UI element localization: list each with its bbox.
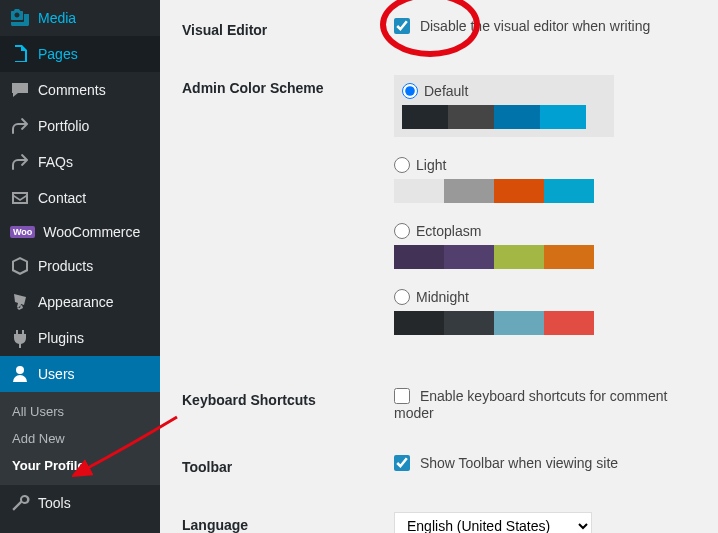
sidebar-item-products[interactable]: Products	[0, 248, 160, 284]
color-scheme-radio[interactable]	[402, 83, 418, 99]
keyboard-shortcuts-label: Keyboard Shortcuts	[182, 372, 382, 437]
color-palette	[394, 245, 594, 269]
sidebar-item-label: Appearance	[38, 294, 114, 310]
color-scheme-name: Default	[424, 83, 468, 99]
color-scheme-radio[interactable]	[394, 157, 410, 173]
sidebar-item-label: Plugins	[38, 330, 84, 346]
color-scheme-radio[interactable]	[394, 289, 410, 305]
color-scheme-name: Ectoplasm	[416, 223, 481, 239]
portfolio-icon	[10, 116, 30, 136]
color-scheme-name: Midnight	[416, 289, 469, 305]
visual-editor-label: Visual Editor	[182, 2, 382, 58]
submenu-add-new[interactable]: Add New	[0, 425, 160, 452]
sidebar-item-label: Contact	[38, 190, 86, 206]
admin-sidebar: Media Pages Comments Portfolio FAQs Cont…	[0, 0, 160, 533]
language-label: Language	[182, 497, 382, 533]
color-scheme-default[interactable]: Default	[394, 75, 614, 137]
sidebar-item-label: WooCommerce	[43, 224, 140, 240]
sidebar-item-pages[interactable]: Pages	[0, 36, 160, 72]
toolbar-label: Toolbar	[182, 439, 382, 495]
sidebar-item-label: Comments	[38, 82, 106, 98]
color-palette	[394, 311, 594, 335]
sidebar-item-contact[interactable]: Contact	[0, 180, 160, 216]
submenu-all-users[interactable]: All Users	[0, 398, 160, 425]
sidebar-item-tools[interactable]: Tools	[0, 485, 160, 521]
color-scheme-light[interactable]: Light	[394, 157, 614, 203]
language-select[interactable]: English (United States)	[394, 512, 592, 533]
visual-editor-checkbox[interactable]	[394, 18, 410, 34]
sidebar-item-comments[interactable]: Comments	[0, 72, 160, 108]
color-palette	[394, 179, 594, 203]
color-scheme-name: Light	[416, 157, 446, 173]
sidebar-item-users[interactable]: Users	[0, 356, 160, 392]
tools-icon	[10, 493, 30, 513]
woo-icon: Woo	[10, 226, 35, 238]
sidebar-item-label: Portfolio	[38, 118, 89, 134]
visual-editor-checkbox-label: Disable the visual editor when writing	[420, 18, 650, 34]
media-icon	[10, 8, 30, 28]
sidebar-item-media[interactable]: Media	[0, 0, 160, 36]
users-icon	[10, 364, 30, 384]
users-submenu: All Users Add New Your Profile	[0, 392, 160, 485]
faqs-icon	[10, 152, 30, 172]
pages-icon	[10, 44, 30, 64]
toolbar-checkbox[interactable]	[394, 455, 410, 471]
sidebar-item-label: Products	[38, 258, 93, 274]
sidebar-item-label: Users	[38, 366, 75, 382]
color-scheme-ectoplasm[interactable]: Ectoplasm	[394, 223, 614, 269]
submenu-your-profile[interactable]: Your Profile	[0, 452, 160, 479]
color-scheme-radio[interactable]	[394, 223, 410, 239]
sidebar-item-appearance[interactable]: Appearance	[0, 284, 160, 320]
sidebar-item-label: Media	[38, 10, 76, 26]
appearance-icon	[10, 292, 30, 312]
sidebar-item-portfolio[interactable]: Portfolio	[0, 108, 160, 144]
color-schemes: Default Light Ectoplasm Midnight	[394, 75, 706, 355]
color-palette	[402, 105, 586, 129]
comments-icon	[10, 80, 30, 100]
admin-color-label: Admin Color Scheme	[182, 60, 382, 370]
sidebar-item-faqs[interactable]: FAQs	[0, 144, 160, 180]
profile-content: Visual Editor Disable the visual editor …	[160, 0, 718, 533]
sidebar-item-woocommerce[interactable]: Woo WooCommerce	[0, 216, 160, 248]
sidebar-item-label: Pages	[38, 46, 78, 62]
sidebar-item-label: Tools	[38, 495, 71, 511]
sidebar-item-label: FAQs	[38, 154, 73, 170]
products-icon	[10, 256, 30, 276]
toolbar-checkbox-label: Show Toolbar when viewing site	[420, 455, 618, 471]
plugins-icon	[10, 328, 30, 348]
keyboard-shortcuts-checkbox-label: Enable keyboard shortcuts for comment mo…	[394, 388, 667, 421]
sidebar-item-plugins[interactable]: Plugins	[0, 320, 160, 356]
keyboard-shortcuts-checkbox[interactable]	[394, 388, 410, 404]
contact-icon	[10, 188, 30, 208]
color-scheme-midnight[interactable]: Midnight	[394, 289, 614, 335]
